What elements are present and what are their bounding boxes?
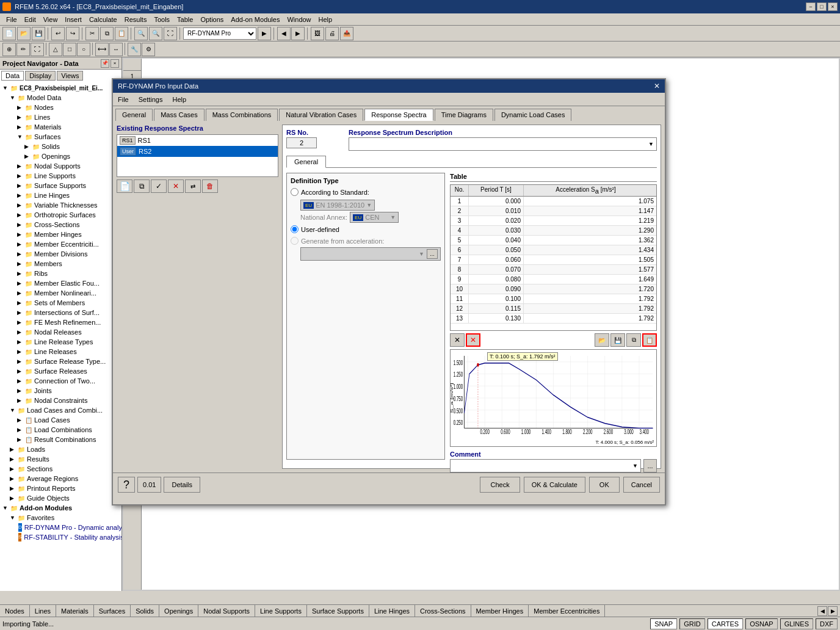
table-row[interactable]: 9 0.080 1.649 [451, 275, 656, 284]
tree-member-divisions[interactable]: ▶📁Member Divisions [16, 249, 120, 259]
tool4[interactable]: △ [49, 43, 62, 56]
tree-var-thickness[interactable]: ▶📁Variable Thicknesses [16, 200, 120, 210]
tree-line-hinges[interactable]: ▶📁Line Hinges [16, 190, 120, 200]
tree-lc[interactable]: ▶📋Load Cases [16, 415, 120, 425]
status-glines[interactable]: GLINES [780, 618, 813, 629]
check-spectra-btn[interactable]: ✓ [151, 179, 167, 193]
table-row[interactable]: 8 0.070 1.577 [451, 265, 656, 275]
tab-general[interactable]: General [115, 109, 153, 121]
tree-surface-releases[interactable]: ▶📁Surface Releases [16, 366, 120, 376]
btab-member-hinges[interactable]: Member Hinges [471, 605, 529, 617]
tree-rf-dynam[interactable]: D RF-DYNAM Pro - Dynamic analysis [16, 523, 120, 532]
ok-calculate-btn[interactable]: OK & Calculate [524, 477, 585, 493]
menu-insert[interactable]: Insert [61, 15, 85, 24]
radio-user-defined[interactable] [291, 225, 299, 233]
tab-response-spectra[interactable]: Response Spectra [364, 109, 433, 121]
tree-model-data[interactable]: ▼📁Model Data [9, 93, 120, 103]
tree-addon-modules[interactable]: ▼📁Add-on Modules [1, 503, 120, 513]
copy-btn[interactable]: ⧉ [100, 27, 114, 40]
maximize-btn[interactable]: □ [817, 2, 827, 11]
menu-table[interactable]: Table [173, 15, 197, 24]
tree-sections[interactable]: ▶📁Sections [9, 464, 120, 474]
details-btn[interactable]: Details [164, 477, 200, 493]
tree-line-releases[interactable]: ▶📁Line Releases [16, 347, 120, 357]
table-row[interactable]: 7 0.060 1.505 [451, 255, 656, 265]
nav-pin-btn[interactable]: 📌 [101, 59, 109, 68]
tabs-scroll-left[interactable]: ◀ [817, 606, 827, 616]
dialog-menu-help[interactable]: Help [170, 95, 189, 104]
table-row[interactable]: 2 0.010 1.147 [451, 206, 656, 216]
btab-member-eccentricities[interactable]: Member Eccentricities [529, 605, 605, 617]
btab-surfaces[interactable]: Surfaces [94, 605, 131, 617]
btab-surface-supports[interactable]: Surface Supports [307, 605, 369, 617]
tab-views[interactable]: Views [57, 71, 83, 81]
tool5[interactable]: □ [63, 43, 76, 56]
tree-sets-members[interactable]: ▶📁Sets of Members [16, 298, 120, 308]
tab-mass-combinations[interactable]: Mass Combinations [206, 109, 278, 121]
zoom-out-btn[interactable]: 🔍 [149, 27, 162, 40]
table-paste-btn[interactable]: 📋 [642, 333, 657, 347]
table-row[interactable]: 10 0.090 1.720 [451, 284, 656, 294]
tree-lines[interactable]: ▶📁Lines [16, 112, 120, 122]
table-del-row-btn[interactable]: ✕ [466, 333, 480, 347]
tree-nodal-releases[interactable]: ▶📁Nodal Releases [16, 327, 120, 337]
btab-openings[interactable]: Openings [159, 605, 198, 617]
check-btn[interactable]: Check [480, 477, 520, 493]
tree-joints[interactable]: ▶📁Joints [16, 386, 120, 396]
tab-data[interactable]: Data [1, 71, 24, 81]
save-btn[interactable]: 💾 [32, 27, 45, 40]
tree-connection-two[interactable]: ▶📁Connection of Two... [16, 376, 120, 386]
tool3[interactable]: ⛶ [31, 43, 44, 56]
tree-avg-regions[interactable]: ▶📁Average Regions [9, 474, 120, 483]
tree-intersections[interactable]: ▶📁Intersections of Surf... [16, 308, 120, 317]
tab-dynamic-load-cases[interactable]: Dynamic Load Cases [494, 109, 572, 121]
tool10[interactable]: ⚙ [142, 43, 155, 56]
tree-load-cases[interactable]: ▼📁Load Cases and Combi... [9, 405, 120, 415]
tree-line-release-types[interactable]: ▶📁Line Release Types [16, 337, 120, 347]
status-grid[interactable]: GRID [679, 618, 705, 629]
menu-results[interactable]: Results [121, 15, 151, 24]
delete-spectra-btn[interactable]: ✕ [168, 179, 184, 193]
tree-rf-stability[interactable]: S RF-STABILITY - Stability analysis [16, 532, 120, 542]
duplicate-spectra-btn[interactable]: ⧉ [134, 179, 150, 193]
tool2[interactable]: ✏ [16, 43, 30, 56]
table-row[interactable]: 12 0.115 1.792 [451, 304, 656, 314]
btab-cross-sections[interactable]: Cross-Sections [415, 605, 471, 617]
print-btn[interactable]: 🖨 [325, 27, 339, 40]
tree-combinations[interactable]: ▶📋Load Combinations [16, 425, 120, 435]
tree-ribs[interactable]: ▶📁Ribs [16, 269, 120, 278]
tool6[interactable]: ○ [77, 43, 90, 56]
menu-addon[interactable]: Add-on Modules [227, 15, 283, 24]
tree-openings[interactable]: ▶📁Openings [23, 151, 120, 161]
run-btn[interactable]: ▶ [258, 27, 271, 40]
status-cartes[interactable]: CARTES [708, 618, 743, 629]
renumber-spectra-btn[interactable]: ⇄ [185, 179, 201, 193]
radio-generate[interactable] [291, 237, 299, 245]
tree-materials[interactable]: ▶📁Materials [16, 122, 120, 132]
tree-fe-mesh[interactable]: ▶📁FE Mesh Refinemen... [16, 317, 120, 327]
tree-cross-sections[interactable]: ▶📁Cross-Sections [16, 220, 120, 230]
tree-surfaces[interactable]: ▼📁Surfaces [16, 132, 120, 142]
tree-surface-supports[interactable]: ▶📁Surface Supports [16, 181, 120, 190]
zoom-all-btn[interactable]: ⛶ [164, 27, 177, 40]
btab-lines[interactable]: Lines [30, 605, 56, 617]
tree-nodal-constraints[interactable]: ▶📁Nodal Constraints [16, 396, 120, 405]
status-snap[interactable]: SNAP [650, 618, 677, 629]
btab-materials[interactable]: Materials [56, 605, 94, 617]
nav-close-btn[interactable]: × [110, 59, 119, 68]
cut-btn[interactable]: ✂ [85, 27, 99, 40]
addon-selector[interactable]: RF-DYNAM Pro [183, 27, 256, 40]
radio-standard[interactable] [291, 188, 299, 196]
btab-nodal-supports[interactable]: Nodal Supports [198, 605, 255, 617]
paste-btn[interactable]: 📋 [115, 27, 128, 40]
comment-browse-btn[interactable]: ... [643, 459, 657, 472]
inner-tab-general[interactable]: General [286, 156, 326, 168]
tree-member-elastic[interactable]: ▶📁Member Elastic Fou... [16, 278, 120, 288]
menu-window[interactable]: Window [283, 15, 314, 24]
table-copy-btn[interactable]: ⧉ [626, 333, 641, 347]
tool7[interactable]: ⟷ [95, 43, 109, 56]
tree-nodal-supports[interactable]: ▶📁Nodal Supports [16, 161, 120, 171]
table-import-btn[interactable]: 📂 [595, 333, 609, 347]
menu-tools[interactable]: Tools [150, 15, 173, 24]
decimal-btn[interactable]: 0.01 [137, 477, 161, 493]
